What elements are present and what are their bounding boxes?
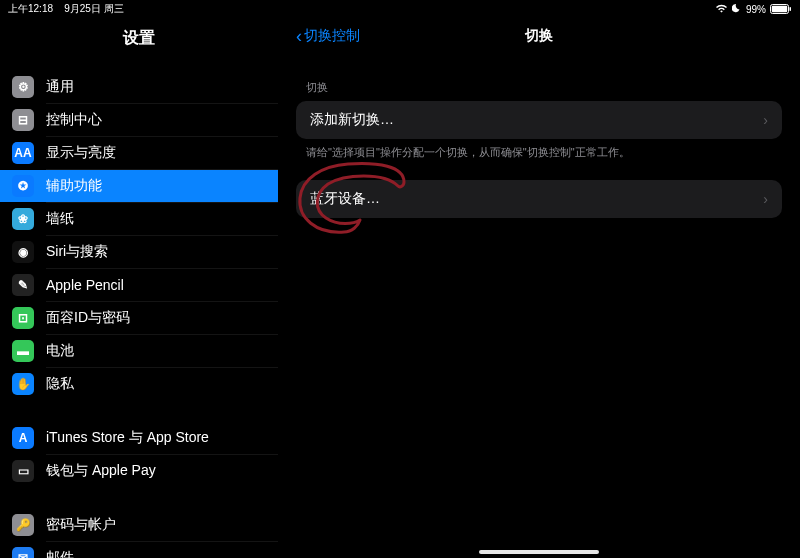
accessibility-icon: ✪ — [12, 175, 34, 197]
wallpaper-icon: ❀ — [12, 208, 34, 230]
passwords-accounts-icon: 🔑 — [12, 514, 34, 536]
sidebar-item-privacy[interactable]: ✋隐私 — [0, 368, 278, 400]
nav-bar: ‹ 切换控制 切换 — [296, 18, 782, 54]
battery-icon: ▬ — [12, 340, 34, 362]
sidebar-item-label: 显示与亮度 — [46, 144, 116, 162]
add-new-switch-cell[interactable]: 添加新切换… › — [296, 101, 782, 139]
sidebar-item-control-center[interactable]: ⊟控制中心 — [0, 104, 278, 136]
status-date: 9月25日 周三 — [64, 3, 123, 14]
home-indicator[interactable] — [479, 550, 599, 554]
sidebar-item-apple-pencil[interactable]: ✎Apple Pencil — [0, 269, 278, 301]
add-new-switch-label: 添加新切换… — [310, 111, 394, 129]
sidebar-item-label: Siri与搜索 — [46, 243, 108, 261]
section-footer-note: 请给"选择项目"操作分配一个切换，从而确保"切换控制"正常工作。 — [306, 145, 782, 160]
status-time: 上午12:18 — [8, 3, 53, 14]
apple-pencil-icon: ✎ — [12, 274, 34, 296]
sidebar-item-label: 面容ID与密码 — [46, 309, 130, 327]
back-button[interactable]: ‹ 切换控制 — [296, 27, 360, 45]
privacy-icon: ✋ — [12, 373, 34, 395]
sidebar-item-label: 密码与帐户 — [46, 516, 116, 534]
sidebar-item-wallpaper[interactable]: ❀墙纸 — [0, 203, 278, 235]
battery-icon — [770, 4, 792, 14]
sidebar-item-passwords-accounts[interactable]: 🔑密码与帐户 — [0, 509, 278, 541]
sidebar-item-faceid-passcode[interactable]: ⊡面容ID与密码 — [0, 302, 278, 334]
battery-pct: 99% — [746, 4, 766, 15]
control-center-icon: ⊟ — [12, 109, 34, 131]
sidebar-item-label: 邮件 — [46, 549, 74, 558]
sidebar-item-siri-search[interactable]: ◉Siri与搜索 — [0, 236, 278, 268]
sidebar-item-label: 通用 — [46, 78, 74, 96]
sidebar-item-display-brightness[interactable]: AA显示与亮度 — [0, 137, 278, 169]
section-header-switch: 切换 — [306, 80, 782, 95]
general-icon: ⚙ — [12, 76, 34, 98]
settings-sidebar: 设置 ⚙通用⊟控制中心AA显示与亮度✪辅助功能❀墙纸◉Siri与搜索✎Apple… — [0, 18, 278, 558]
back-label: 切换控制 — [304, 27, 360, 45]
sidebar-item-label: 钱包与 Apple Pay — [46, 462, 156, 480]
sidebar-item-label: 墙纸 — [46, 210, 74, 228]
sidebar-item-mail[interactable]: ✉邮件 — [0, 542, 278, 558]
status-right: 99% — [715, 3, 792, 15]
display-brightness-icon: AA — [12, 142, 34, 164]
mail-icon: ✉ — [12, 547, 34, 558]
sidebar-item-label: 辅助功能 — [46, 177, 102, 195]
page-title: 切换 — [525, 27, 553, 45]
chevron-left-icon: ‹ — [296, 27, 302, 45]
status-left: 上午12:18 9月25日 周三 — [8, 2, 124, 16]
sidebar-item-label: 隐私 — [46, 375, 74, 393]
sidebar-item-label: Apple Pencil — [46, 277, 124, 293]
bluetooth-devices-label: 蓝牙设备… — [310, 190, 380, 208]
sidebar-item-itunes-appstore[interactable]: AiTunes Store 与 App Store — [0, 422, 278, 454]
sidebar-item-accessibility[interactable]: ✪辅助功能 — [0, 170, 278, 202]
siri-search-icon: ◉ — [12, 241, 34, 263]
wifi-icon — [715, 3, 728, 15]
sidebar-item-label: 电池 — [46, 342, 74, 360]
itunes-appstore-icon: A — [12, 427, 34, 449]
sidebar-item-label: iTunes Store 与 App Store — [46, 429, 209, 447]
sidebar-item-wallet-applepay[interactable]: ▭钱包与 Apple Pay — [0, 455, 278, 487]
sidebar-item-label: 控制中心 — [46, 111, 102, 129]
wallet-applepay-icon: ▭ — [12, 460, 34, 482]
sidebar-item-battery[interactable]: ▬电池 — [0, 335, 278, 367]
bluetooth-devices-cell[interactable]: 蓝牙设备… › — [296, 180, 782, 218]
svg-rect-1 — [772, 6, 787, 12]
detail-pane: ‹ 切换控制 切换 切换 添加新切换… › 请给"选择项目"操作分配一个切换，从… — [278, 18, 800, 558]
sidebar-item-general[interactable]: ⚙通用 — [0, 71, 278, 103]
chevron-right-icon: › — [763, 191, 768, 207]
sidebar-title: 设置 — [0, 18, 278, 63]
svg-rect-2 — [790, 7, 792, 11]
chevron-right-icon: › — [763, 112, 768, 128]
status-bar: 上午12:18 9月25日 周三 99% — [0, 0, 800, 18]
faceid-passcode-icon: ⊡ — [12, 307, 34, 329]
dnd-moon-icon — [732, 3, 742, 15]
